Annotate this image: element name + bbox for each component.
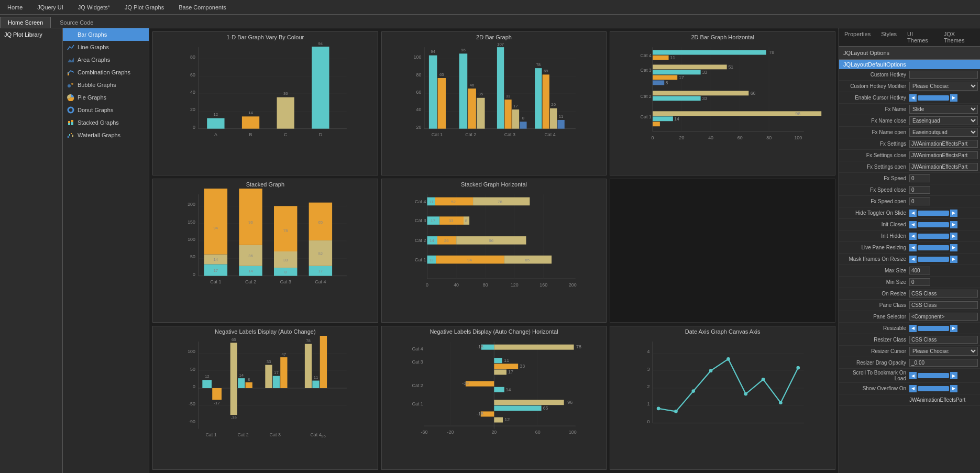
resizer-drag-opacity-input[interactable] (909, 359, 978, 367)
tab-properties[interactable]: Properties (839, 28, 876, 46)
prop-fx-settings: Fx Settings (839, 138, 980, 150)
svg-rect-226 (280, 357, 287, 388)
sidebar-item-stacked-graphs[interactable]: Stacked Graphs (63, 116, 149, 129)
svg-point-283 (674, 410, 678, 413)
nav-jq-plot[interactable]: JQ Plot Graphs (122, 3, 167, 12)
show-overflow-left[interactable]: ◀ (909, 385, 917, 392)
init-hidden-left[interactable]: ◀ (909, 233, 917, 240)
second-sidebar: Bar Graphs Line Graphs Area Graphs Combi… (63, 28, 149, 473)
svg-text:33: 33 (448, 218, 453, 223)
toggle-track-5 (918, 245, 949, 250)
prop-resizer-class: Resizer Class (839, 334, 980, 346)
chart-empty (610, 179, 835, 323)
chart-stacked-title: Stacked Graph (153, 179, 378, 189)
tab-home-screen[interactable]: Home Screen (0, 17, 51, 28)
sidebar-item-combination-graphs[interactable]: Combination Graphs (63, 66, 149, 79)
prop-scroll-bookmark: Scroll To Bookmark On Load ◀ ▶ (839, 369, 980, 383)
svg-text:Cat 3: Cat 3 (270, 432, 281, 437)
scroll-bookmark-left[interactable]: ◀ (909, 372, 917, 379)
max-size-input[interactable] (909, 267, 930, 274)
svg-rect-59 (477, 98, 485, 129)
scroll-bookmark-right[interactable]: ▶ (950, 372, 957, 379)
live-pane-right[interactable]: ▶ (950, 244, 957, 251)
live-pane-left[interactable]: ◀ (909, 244, 917, 251)
tab-jqx-themes[interactable]: JQX Themes (939, 28, 980, 46)
sidebar-item-waterfall-graphs[interactable]: Waterfall Graphs (63, 129, 149, 141)
svg-text:33: 33 (702, 70, 708, 75)
svg-text:65: 65 (318, 220, 323, 225)
fx-settings-input[interactable] (909, 140, 978, 148)
fx-speed-input[interactable] (909, 174, 930, 182)
hide-toggler-left[interactable]: ◀ (909, 210, 917, 217)
prop-custom-hotkey: Custom Hotkey (839, 69, 980, 81)
resizer-cursor-select[interactable]: Please Choose: (909, 347, 978, 356)
hide-toggler-right[interactable]: ▶ (950, 210, 957, 217)
custom-hotkey-modifier-select[interactable]: Please Choose: (909, 82, 978, 91)
svg-rect-9 (68, 121, 70, 123)
svg-text:33: 33 (267, 359, 271, 364)
prop-fx-name: Fx Name Slide (839, 104, 980, 115)
svg-rect-115 (653, 116, 673, 121)
svg-text:78: 78 (306, 338, 311, 343)
nav-jq-widgets[interactable]: JQ Widgets* (75, 3, 113, 12)
resizable-right[interactable]: ▶ (950, 325, 957, 332)
fx-speed-close-input[interactable] (909, 186, 930, 194)
chart-stacked-h-title: Stacked Graph Horizontal (382, 179, 607, 189)
svg-text:17: 17 (431, 218, 435, 223)
resizer-class-input[interactable] (909, 336, 978, 344)
init-closed-right[interactable]: ▶ (950, 221, 957, 228)
nav-home[interactable]: Home (4, 3, 26, 12)
tab-source-code[interactable]: Source Code (52, 17, 101, 28)
init-hidden-right[interactable]: ▶ (950, 233, 957, 240)
enable-cursor-hotkey-toggle: ◀ ▶ (909, 94, 957, 102)
nav-base[interactable]: Base Components (175, 3, 229, 12)
resizable-left[interactable]: ◀ (909, 325, 917, 332)
svg-text:8: 8 (248, 377, 250, 382)
sidebar-item-donut-graphs[interactable]: Donut Graphs (63, 104, 149, 116)
toggle-right-btn[interactable]: ▶ (950, 94, 957, 102)
svg-rect-27 (207, 118, 224, 129)
svg-text:Cat 2: Cat 2 (412, 383, 423, 388)
custom-hotkey-input[interactable] (909, 71, 978, 79)
fx-name-select[interactable]: Slide (909, 105, 978, 114)
svg-text:20: 20 (679, 135, 685, 140)
pane-selector-input[interactable] (909, 313, 978, 321)
nav-jquery-ui[interactable]: JQuery UI (34, 3, 67, 12)
chart-2d-bar-h-title: 2D Bar Graph Horizontal (610, 32, 835, 41)
svg-text:96: 96 (567, 400, 572, 405)
mask-iframes-left[interactable]: ◀ (909, 256, 917, 263)
chart-stacked: Stacked Graph 0 50 100 150 200 17 (152, 179, 378, 323)
svg-text:4: 4 (647, 349, 650, 354)
svg-text:0: 0 (652, 135, 654, 140)
init-closed-left[interactable]: ◀ (909, 221, 917, 228)
right-active-item[interactable]: JQLayoutDefaultOptions (839, 60, 980, 69)
init-closed-toggle: ◀ ▶ (909, 221, 957, 228)
svg-text:-39: -39 (231, 415, 237, 420)
svg-rect-258 (466, 381, 494, 387)
sidebar-jq-plot-library[interactable]: JQ Plot Library (0, 28, 62, 41)
sidebar-item-pie-graphs[interactable]: Pie Graphs (63, 91, 149, 104)
show-overflow-right[interactable]: ▶ (950, 385, 957, 392)
svg-text:Cat 3: Cat 3 (412, 359, 423, 365)
toggle-left-btn[interactable]: ◀ (909, 94, 917, 102)
svg-rect-10 (71, 122, 73, 125)
mask-iframes-right[interactable]: ▶ (950, 256, 957, 263)
sidebar-item-bubble-graphs[interactable]: Bubble Graphs (63, 79, 149, 91)
min-size-input[interactable] (909, 278, 930, 286)
chart-1d-bar-body: 0 20 40 60 80 12 A 14 B (153, 41, 378, 146)
tab-styles[interactable]: Styles (876, 28, 902, 46)
svg-text:0: 0 (193, 384, 195, 389)
toggle-track-8 (918, 373, 949, 378)
pane-class-input[interactable] (909, 301, 978, 309)
sidebar-item-bar-graphs[interactable]: Bar Graphs (63, 28, 149, 41)
fx-name-open-select[interactable]: Easeinoutquad (909, 128, 978, 137)
fx-speed-open-input[interactable] (909, 197, 930, 205)
on-resize-input[interactable] (909, 290, 978, 298)
fx-name-close-select[interactable]: Easeinquad (909, 116, 978, 125)
tab-ui-themes[interactable]: UI Themes (902, 28, 939, 46)
sidebar-item-area-graphs[interactable]: Area Graphs (63, 53, 149, 66)
sidebar-item-line-graphs[interactable]: Line Graphs (63, 41, 149, 53)
fx-settings-close-input[interactable] (909, 151, 978, 159)
prop-pane-selector: Pane Selector (839, 311, 980, 323)
fx-settings-open-input[interactable] (909, 163, 978, 171)
